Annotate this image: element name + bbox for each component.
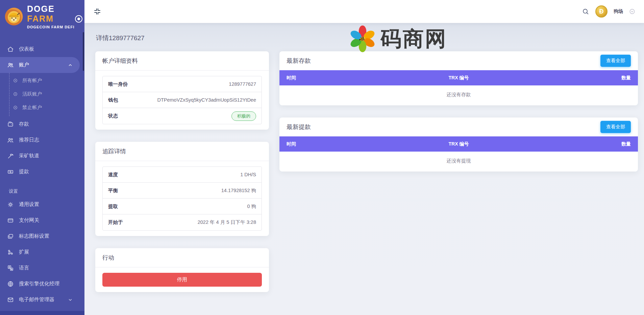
- sidebar-item-extensions[interactable]: 扩展: [0, 244, 80, 260]
- disable-button[interactable]: 停用: [102, 273, 262, 287]
- tracking-details-card: 追踪详情 速度 1 DH/S 平衡 14.17928152 狗 提取: [95, 142, 269, 236]
- table-row: 开始于 2022 年 4 月 5 日下午 3:28: [103, 214, 262, 230]
- mail-icon: [7, 296, 14, 303]
- table-row: 提取 0 狗: [103, 199, 262, 214]
- sidebar-item-seo-manager[interactable]: 搜索引擎优化经理: [0, 276, 80, 292]
- brand-logo[interactable]: DOGE FARM DOGECOIN FARM DEFI: [0, 0, 84, 32]
- latest-withdrawals-card: 最新提款 查看全部 时间 TRX 编号 数量 还没有提现: [279, 117, 638, 172]
- images-icon: [7, 233, 14, 240]
- sidebar-item-logo-icon-settings[interactable]: 标志图标设置: [0, 228, 80, 244]
- table-row: 钱包 DTPemoVZxSyq5kyCY3admUopSiS12YtDee: [103, 92, 262, 108]
- sidebar-subitem-all-accounts[interactable]: 所有帐户: [9, 74, 84, 87]
- circle-dot-icon: [13, 91, 18, 97]
- account-details-title: 帐户详细资料: [95, 51, 269, 71]
- sidebar-item-withdrawals[interactable]: 提款: [0, 164, 80, 180]
- globe-icon: [7, 281, 14, 287]
- account-details-card: 帐户详细资料 唯一身份 1289777627 钱包 DTPemoVZxSyq5k…: [95, 51, 269, 130]
- brand-subtitle: DOGECOIN FARM DEFI: [27, 25, 81, 29]
- table-row: 速度 1 DH/S: [103, 167, 262, 183]
- sidebar-pin-toggle[interactable]: [75, 15, 82, 23]
- page-title: 详情1289777627: [96, 34, 638, 43]
- unique-id-value: 1289777627: [229, 81, 256, 87]
- collapse-icon[interactable]: [93, 7, 101, 16]
- sidebar-item-general-settings[interactable]: 通用设置: [0, 196, 80, 212]
- status-badge: 积极的: [231, 111, 256, 121]
- latest-deposits-title: 最新存款: [287, 57, 311, 65]
- tracking-details-title: 追踪详情: [95, 142, 269, 161]
- sidebar-item-mining-tracks[interactable]: 采矿轨道: [0, 148, 80, 164]
- table-row: 唯一身份 1289777627: [103, 76, 262, 92]
- deposits-empty-state: 还没有存款: [279, 85, 638, 105]
- sidebar-item-language[interactable]: 语言: [0, 260, 80, 276]
- search-icon[interactable]: [582, 8, 589, 15]
- action-title: 行动: [95, 248, 269, 267]
- brand-title: DOGE FARM: [27, 4, 81, 24]
- deposits-table-header: 时间 TRX 编号 数量: [279, 70, 638, 85]
- sidebar-item-email-manager[interactable]: 电子邮件管理器: [0, 292, 80, 308]
- chevron-down-circle-icon[interactable]: [629, 8, 635, 15]
- translate-icon: [7, 265, 14, 271]
- balance-value: 14.17928152 狗: [221, 187, 256, 194]
- sidebar-item-accounts[interactable]: 账户: [0, 57, 80, 73]
- main-content: 码商网 详情1289777627 帐户详细资料 唯一身份 1289777627 …: [84, 23, 644, 315]
- chevron-up-icon: [68, 63, 73, 68]
- deposits-view-all-button[interactable]: 查看全部: [600, 55, 631, 67]
- doge-coin-logo-icon: [4, 7, 24, 26]
- topbar: Ð 狗场: [84, 0, 644, 23]
- withdrawals-view-all-button[interactable]: 查看全部: [600, 121, 631, 133]
- started-at-value: 2022 年 4 月 5 日下午 3:28: [198, 219, 256, 226]
- speed-value: 1 DH/S: [240, 172, 256, 177]
- sidebar-bottom-strip: [0, 311, 84, 315]
- accounts-submenu: 所有帐户 活跃账户 禁止帐户: [9, 73, 84, 116]
- avatar[interactable]: Ð: [595, 5, 608, 18]
- gear-icon: [7, 201, 14, 208]
- sidebar: DOGE FARM DOGECOIN FARM DEFI 仪表板 账户 所有帐户…: [0, 0, 84, 315]
- sidebar-subitem-active-accounts[interactable]: 活跃账户: [9, 87, 84, 101]
- action-card: 行动 停用: [95, 248, 269, 292]
- sidebar-item-referral-log[interactable]: 推荐日志: [0, 132, 80, 148]
- sidebar-scrollbar[interactable]: [83, 32, 84, 71]
- home-icon: [7, 46, 14, 53]
- circle-dot-icon: [13, 105, 18, 110]
- people-icon: [7, 137, 14, 143]
- pickaxe-icon: [7, 153, 14, 159]
- latest-withdrawals-title: 最新提款: [287, 123, 311, 131]
- credit-card-icon: [7, 217, 14, 224]
- settings-section-label: 设置: [9, 188, 84, 194]
- circle-dot-icon: [13, 78, 18, 83]
- nodes-icon: [7, 249, 14, 256]
- withdrawals-table-header: 时间 TRX 编号 数量: [279, 136, 638, 152]
- table-row: 状态 积极的: [103, 108, 262, 124]
- wallet-icon: [7, 121, 14, 128]
- username[interactable]: 狗场: [614, 8, 623, 15]
- latest-deposits-card: 最新存款 查看全部 时间 TRX 编号 数量 还没有存款: [279, 51, 638, 105]
- withdrawals-empty-state: 还没有提现: [279, 152, 638, 172]
- withdrawn-value: 0 狗: [247, 203, 256, 210]
- sidebar-item-deposits[interactable]: 存款: [0, 116, 80, 132]
- cash-icon: [7, 168, 14, 175]
- sidebar-subitem-banned-accounts[interactable]: 禁止帐户: [9, 101, 84, 114]
- users-icon: [7, 62, 14, 69]
- wallet-address-value: DTPemoVZxSyq5kyCY3admUopSiS12YtDee: [157, 97, 256, 103]
- chevron-down-icon: [68, 297, 73, 302]
- sidebar-item-dashboard[interactable]: 仪表板: [0, 41, 80, 57]
- table-row: 平衡 14.17928152 狗: [103, 183, 262, 199]
- sidebar-item-payment-gateway[interactable]: 支付网关: [0, 212, 80, 228]
- sidebar-menu: 仪表板 账户 所有帐户 活跃账户 禁止帐户 存款: [0, 41, 84, 308]
